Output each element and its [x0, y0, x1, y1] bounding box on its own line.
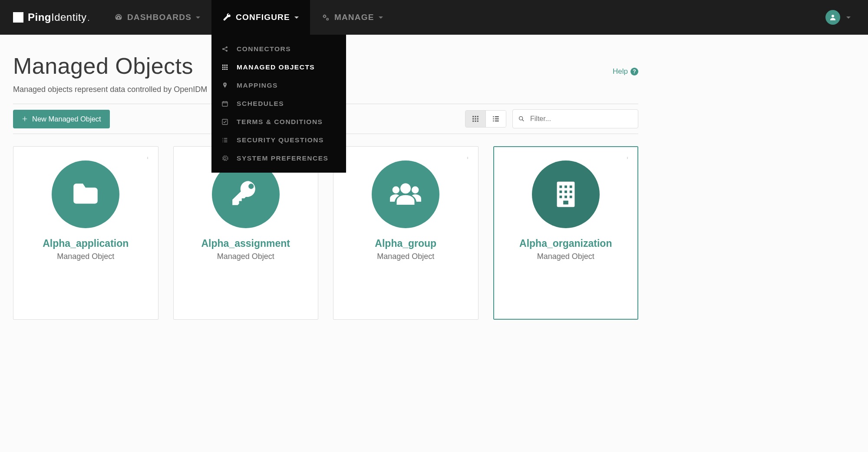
user-menu[interactable]: [821, 0, 855, 35]
grid-icon: [472, 115, 479, 123]
gears-icon: [321, 13, 330, 21]
svg-rect-50: [564, 186, 567, 188]
svg-rect-9: [222, 69, 224, 70]
svg-rect-25: [477, 121, 479, 122]
svg-point-43: [393, 187, 399, 193]
kebab-icon: [466, 154, 469, 162]
card-subtitle: Managed Object: [217, 252, 274, 261]
card-title: Alpha_application: [43, 238, 129, 249]
avatar: [825, 10, 840, 25]
svg-rect-27: [493, 118, 494, 119]
chevron-down-icon: [196, 16, 200, 19]
chevron-down-icon: [294, 16, 299, 19]
dropdown-item-managed-objects[interactable]: MANAGED OBJECTS: [211, 58, 346, 76]
nav-dashboards-label: DASHBOARDS: [127, 13, 191, 22]
card-title: Alpha_organization: [519, 238, 612, 249]
card-menu-button[interactable]: [623, 153, 632, 163]
help-link[interactable]: Help ?: [613, 67, 638, 76]
nav-configure-label: CONFIGURE: [236, 13, 290, 22]
svg-rect-52: [559, 190, 562, 193]
nav-manage[interactable]: MANAGE: [310, 0, 394, 35]
svg-rect-6: [222, 67, 224, 68]
card-alpha-application[interactable]: Alpha_application Managed Object: [13, 146, 158, 320]
search-icon: [518, 115, 525, 122]
svg-point-35: [147, 158, 148, 159]
svg-point-41: [467, 158, 468, 159]
svg-point-46: [627, 158, 628, 158]
dropdown-label: SECURITY QUESTIONS: [237, 136, 324, 144]
svg-rect-29: [495, 116, 499, 117]
card-subtitle: Managed Object: [537, 252, 594, 261]
card-title: Alpha_group: [375, 238, 436, 249]
grid-view-button[interactable]: [465, 111, 486, 127]
svg-rect-49: [559, 186, 562, 188]
svg-rect-18: [475, 116, 476, 117]
dropdown-item-terms[interactable]: TERMS & CONDITIONS: [211, 113, 346, 131]
grid-icon: [221, 64, 229, 71]
svg-rect-56: [564, 196, 567, 198]
dropdown-label: MANAGED OBJECTS: [237, 63, 315, 71]
nav-configure[interactable]: CONFIGURE CONNECTORS MANAGED OBJECTS MAP…: [211, 0, 310, 35]
brand-logo[interactable]: PingIdentity.: [13, 0, 103, 35]
svg-rect-7: [224, 67, 226, 68]
dropdown-item-connectors[interactable]: CONNECTORS: [211, 40, 346, 58]
nav-dashboards[interactable]: DASHBOARDS: [103, 0, 211, 35]
filter-search[interactable]: [512, 109, 638, 128]
list-icon: [492, 115, 500, 123]
new-managed-object-button[interactable]: New Managed Object: [13, 110, 110, 128]
svg-rect-8: [226, 67, 228, 68]
dropdown-item-schedules[interactable]: SCHEDULES: [211, 95, 346, 113]
pin-icon: [221, 82, 229, 89]
help-label: Help: [613, 67, 628, 76]
dropdown-item-system-preferences[interactable]: SYSTEM PREFERENCES: [211, 149, 346, 167]
card-menu-button[interactable]: [143, 153, 152, 163]
dropdown-item-security-questions[interactable]: SECURITY QUESTIONS: [211, 131, 346, 149]
card-alpha-organization[interactable]: Alpha_organization Managed Object: [493, 146, 639, 320]
brand-trademark: .: [87, 14, 90, 23]
svg-rect-17: [472, 116, 474, 117]
building-icon: [532, 160, 600, 228]
svg-rect-5: [226, 65, 228, 66]
svg-point-15: [327, 18, 328, 20]
svg-rect-21: [475, 118, 476, 120]
svg-point-16: [832, 15, 834, 17]
brand-bold: Ping: [28, 11, 51, 23]
svg-rect-22: [477, 118, 479, 120]
dropdown-label: CONNECTORS: [237, 45, 291, 53]
svg-rect-3: [222, 65, 224, 66]
users-icon: [372, 160, 439, 228]
svg-point-47: [627, 158, 628, 159]
kebab-icon: [626, 154, 629, 162]
card-menu-button[interactable]: [463, 153, 472, 163]
chevron-down-icon: [846, 16, 851, 19]
svg-point-45: [627, 157, 628, 157]
dropdown-label: SCHEDULES: [237, 100, 284, 108]
view-toggle: [465, 110, 506, 128]
svg-rect-55: [559, 196, 562, 198]
connectors-icon: [221, 46, 229, 52]
page-title: Managed Objects: [13, 53, 193, 79]
svg-rect-54: [570, 190, 572, 193]
nav-manage-label: MANAGE: [334, 13, 374, 22]
dropdown-item-mappings[interactable]: MAPPINGS: [211, 76, 346, 95]
plus-icon: [22, 116, 28, 122]
card-subtitle: Managed Object: [57, 252, 114, 261]
card-subtitle: Managed Object: [377, 252, 434, 261]
top-navbar: PingIdentity. DASHBOARDS CONFIGURE CONNE…: [0, 0, 868, 35]
svg-rect-31: [495, 121, 499, 121]
list-view-button[interactable]: [486, 111, 506, 127]
dropdown-label: MAPPINGS: [237, 82, 278, 89]
card-alpha-group[interactable]: Alpha_group Managed Object: [333, 146, 479, 320]
filter-input[interactable]: [529, 115, 633, 123]
list-icon: [221, 137, 229, 144]
svg-rect-30: [495, 118, 499, 119]
svg-point-32: [519, 117, 523, 120]
svg-rect-19: [477, 116, 479, 117]
svg-point-42: [400, 183, 411, 193]
svg-rect-28: [493, 121, 494, 121]
help-icon: ?: [630, 68, 638, 75]
brand-light: Identity: [51, 11, 86, 23]
wrench-icon: [223, 13, 231, 21]
svg-point-33: [147, 157, 148, 157]
svg-rect-26: [493, 116, 494, 117]
